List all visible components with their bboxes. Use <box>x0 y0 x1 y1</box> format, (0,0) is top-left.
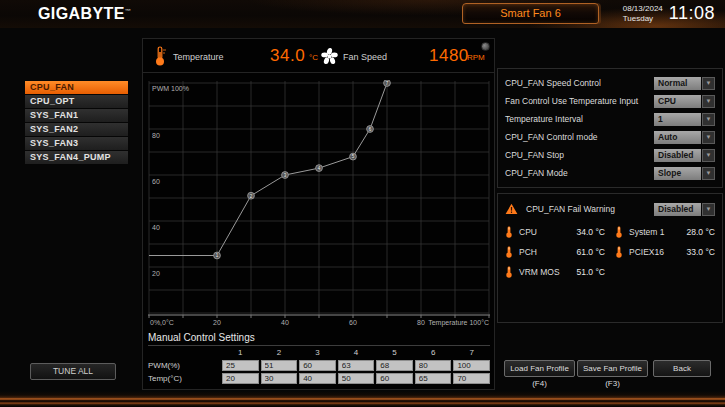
datetime: 08/13/2024 Tuesday 11:08 <box>623 3 715 24</box>
setting-dropdown-2[interactable]: 1▼ <box>654 113 715 126</box>
sidebar-item-sys_fan3[interactable]: SYS_FAN3 <box>25 137 128 150</box>
sensor-pch: PCH61.0 °C <box>505 246 605 258</box>
setting-row-4: CPU_FAN StopDisabled▼ <box>505 146 715 164</box>
setting-label-1: Fan Control Use Temperature Input <box>505 96 638 106</box>
setting-dropdown-5[interactable]: Slope▼ <box>654 167 715 180</box>
fan-curve-chart[interactable]: PWM 100%806040200%,0°C20406080Temperatur… <box>148 80 490 330</box>
manual-control-table: 1234567PWM(%)Temp(°C) <box>148 348 490 384</box>
status-bar: Temperature 34.0 °C Fan Speed 1480 RPM <box>143 39 494 73</box>
curve-point-5[interactable]: 5 <box>350 153 357 160</box>
setting-row-1: Fan Control Use Temperature InputCPU▼ <box>505 92 715 110</box>
save-fan-profile-button[interactable]: Save Fan Profile (F3) <box>577 360 648 377</box>
sensor-value: 51.0 °C <box>577 267 605 277</box>
manual-control-section: Manual Control Settings 1234567PWM(%)Tem… <box>148 332 490 384</box>
chevron-down-icon: ▼ <box>702 113 715 126</box>
svg-text:0%,0°C: 0%,0°C <box>150 319 174 326</box>
setting-row-3: CPU_FAN Control modeAuto▼ <box>505 128 715 146</box>
pwm-input-4[interactable] <box>338 360 375 371</box>
thermometer-icon <box>505 246 513 258</box>
temp-input-3[interactable] <box>299 373 336 384</box>
date-label: 08/13/2024 <box>623 4 663 14</box>
bios-smart-fan-screen: GIGABYTE™ Smart Fan 6 08/13/2024 Tuesday… <box>0 0 725 407</box>
chevron-down-icon: ▼ <box>702 95 715 108</box>
setting-value-0: Normal <box>654 77 701 90</box>
svg-text:Temperature 100°C: Temperature 100°C <box>428 319 489 327</box>
setting-label-5: CPU_FAN Mode <box>505 168 568 178</box>
top-bar: GIGABYTE™ Smart Fan 6 08/13/2024 Tuesday… <box>0 0 725 28</box>
svg-text:60: 60 <box>349 319 357 326</box>
temp-input-4[interactable] <box>338 373 375 384</box>
setting-row-5: CPU_FAN ModeSlope▼ <box>505 164 715 182</box>
setting-dropdown-3[interactable]: Auto▼ <box>654 131 715 144</box>
fail-warning-dropdown[interactable]: Disabled ▼ <box>654 203 715 216</box>
thermometer-icon <box>615 226 623 238</box>
pwm-input-7[interactable] <box>453 360 490 371</box>
curve-point-7[interactable]: 7 <box>384 80 391 86</box>
setting-label-0: CPU_FAN Speed Control <box>505 78 601 88</box>
sensor-name: PCH <box>519 247 577 257</box>
tune-all-button[interactable]: TUNE ALL <box>30 363 116 380</box>
setting-value-4: Disabled <box>654 149 701 162</box>
svg-text:60: 60 <box>152 178 160 185</box>
sensor-vrm-mos: VRM MOS51.0 °C <box>505 266 605 278</box>
curve-point-1[interactable]: 1 <box>214 252 221 259</box>
column-header-4: 4 <box>338 348 375 358</box>
column-header-5: 5 <box>376 348 413 358</box>
temp-input-6[interactable] <box>415 373 452 384</box>
fail-warning-value: Disabled <box>654 203 701 216</box>
right-panel: CPU_FAN Speed ControlNormal▼Fan Control … <box>497 38 723 390</box>
fan-icon <box>320 47 339 66</box>
setting-label-2: Temperature Interval <box>505 114 583 124</box>
fan-speed-label: Fan Speed <box>343 52 387 62</box>
load-fan-profile-button[interactable]: Load Fan Profile (F4) <box>504 360 575 377</box>
column-header-3: 3 <box>299 348 336 358</box>
sensor-system-1: System 128.0 °C <box>615 226 715 238</box>
pwm-input-3[interactable] <box>299 360 336 371</box>
svg-text:PWM 100%: PWM 100% <box>152 85 189 92</box>
sidebar-item-cpu_fan[interactable]: CPU_FAN <box>25 81 128 94</box>
setting-dropdown-4[interactable]: Disabled▼ <box>654 149 715 162</box>
temperature-unit: °C <box>309 53 318 62</box>
tab-smart-fan-6[interactable]: Smart Fan 6 <box>462 3 599 24</box>
column-header-6: 6 <box>415 348 452 358</box>
curve-point-6[interactable]: 6 <box>367 126 374 133</box>
setting-dropdown-1[interactable]: CPU▼ <box>654 95 715 108</box>
setting-value-3: Auto <box>654 131 701 144</box>
warning-icon <box>505 203 518 215</box>
column-header-2: 2 <box>261 348 298 358</box>
pwm-input-2[interactable] <box>261 360 298 371</box>
sidebar-item-sys_fan2[interactable]: SYS_FAN2 <box>25 123 128 136</box>
sensor-name: CPU <box>519 227 577 237</box>
curve-point-2[interactable]: 2 <box>248 192 255 199</box>
sensor-readings: CPU34.0 °CSystem 128.0 °CPCH61.0 °CPCIEX… <box>505 226 715 278</box>
temp-input-7[interactable] <box>453 373 490 384</box>
gear-icon[interactable] <box>481 42 490 51</box>
setting-row-2: Temperature Interval1▼ <box>505 110 715 128</box>
temp-input-2[interactable] <box>261 373 298 384</box>
sidebar-item-sys_fan1[interactable]: SYS_FAN1 <box>25 109 128 122</box>
pwm-input-5[interactable] <box>376 360 413 371</box>
pwm-input-1[interactable] <box>222 360 259 371</box>
thermometer-icon <box>505 226 513 238</box>
sensor-name: System 1 <box>629 227 687 237</box>
svg-text:40: 40 <box>152 224 160 231</box>
fan-list: CPU_FANCPU_OPTSYS_FAN1SYS_FAN2SYS_FAN3SY… <box>25 81 128 165</box>
curve-point-3[interactable]: 3 <box>282 172 289 179</box>
thermometer-icon <box>153 45 167 67</box>
temp-input-1[interactable] <box>222 373 259 384</box>
pwm-input-6[interactable] <box>415 360 452 371</box>
sidebar-item-cpu_opt[interactable]: CPU_OPT <box>25 95 128 108</box>
bottom-accent-strip <box>0 391 725 407</box>
table-corner <box>148 348 220 358</box>
setting-value-5: Slope <box>654 167 701 180</box>
setting-dropdown-0[interactable]: Normal▼ <box>654 77 715 90</box>
back-button[interactable]: Back <box>653 360 711 377</box>
temp-input-5[interactable] <box>376 373 413 384</box>
setting-value-2: 1 <box>654 113 701 126</box>
sensor-name: PCIEX16 <box>629 247 687 257</box>
curve-point-4[interactable]: 4 <box>316 165 323 172</box>
sidebar-item-sys_fan4_pump[interactable]: SYS_FAN4_PUMP <box>25 151 128 164</box>
thermometer-icon <box>505 266 513 278</box>
time-label: 11:08 <box>669 3 715 24</box>
svg-text:80: 80 <box>152 132 160 139</box>
